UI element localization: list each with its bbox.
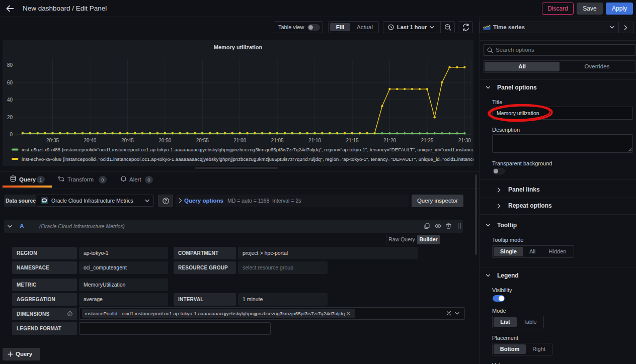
svg-text:21:30: 21:30 <box>458 138 471 143</box>
svg-text:21:15: 21:15 <box>346 138 358 143</box>
svg-text:21:00: 21:00 <box>233 138 246 143</box>
svg-text:21:20: 21:20 <box>383 138 396 143</box>
svg-text:20:45: 20:45 <box>121 138 134 143</box>
svg-text:20: 20 <box>7 115 13 120</box>
svg-text:21:25: 21:25 <box>421 138 433 143</box>
svg-text:20:55: 20:55 <box>196 138 209 143</box>
svg-text:Memory utilization: Memory utilization <box>214 44 263 50</box>
svg-text:0: 0 <box>10 132 13 137</box>
svg-text:inst-echvo-x9-ol88 {instancepo: inst-echvo-x9-ol88 {instancepoolid="ocid… <box>22 156 473 162</box>
svg-text:20:50: 20:50 <box>158 138 171 143</box>
svg-text:80: 80 <box>7 62 13 68</box>
svg-text:inst-u5uzt-x9-ol88 {instancepo: inst-u5uzt-x9-ol88 {instancepoolid="ocid… <box>22 147 473 152</box>
svg-text:60: 60 <box>7 80 13 85</box>
svg-text:21:10: 21:10 <box>308 138 321 143</box>
svg-text:20:35: 20:35 <box>46 138 59 143</box>
svg-text:40: 40 <box>7 97 13 103</box>
svg-text:20:40: 20:40 <box>84 138 96 143</box>
svg-text:21:05: 21:05 <box>271 138 284 143</box>
